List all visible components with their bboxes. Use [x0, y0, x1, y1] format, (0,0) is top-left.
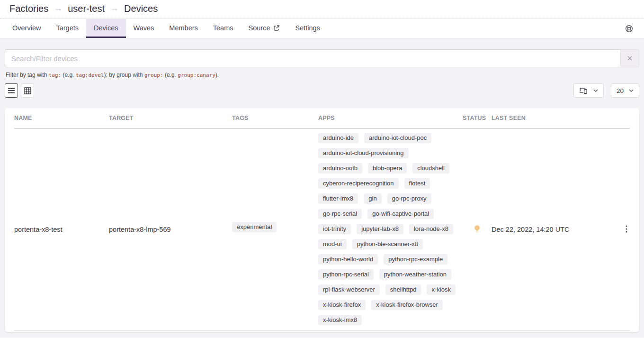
page-size-value: 20: [617, 87, 624, 94]
breadcrumb-arrow-icon: →: [110, 4, 119, 14]
view-toggle-group: [5, 83, 34, 98]
tab-waves[interactable]: Waves: [126, 19, 162, 38]
toolbar-right: 20: [573, 83, 639, 98]
column-header-target: TARGET: [109, 115, 232, 121]
app-chip: python-weather-station: [379, 269, 451, 280]
app-chip: lora-node-x8: [409, 224, 453, 234]
app-chip: go-rpc-proxy: [387, 193, 431, 204]
tab-label: Members: [169, 24, 197, 32]
toolbar: 20: [5, 83, 639, 98]
device-status: [463, 225, 492, 235]
app-chip: mod-ui: [318, 239, 347, 249]
column-header-name: NAME: [14, 115, 109, 121]
app-chip: gin: [364, 193, 381, 204]
tag-chip: experimental: [232, 222, 277, 232]
breadcrumb-factory-name[interactable]: user-test: [68, 3, 105, 14]
tab-bar: Overview Targets Devices Waves Members T…: [0, 19, 644, 38]
tab-label: Teams: [213, 24, 233, 32]
tab-label: Overview: [12, 24, 41, 32]
tab-devices[interactable]: Devices: [86, 19, 126, 38]
close-icon: [627, 55, 633, 61]
tab-source[interactable]: Source: [241, 19, 288, 38]
search-bar: [5, 49, 639, 67]
list-view-button[interactable]: [5, 83, 18, 98]
device-tags: experimental: [232, 222, 318, 237]
list-view-icon: [8, 88, 15, 93]
column-header-tags: TAGS: [232, 115, 318, 121]
tab-label: Devices: [94, 24, 118, 32]
app-chip: python-rpc-serial: [318, 269, 374, 280]
page-header: Factories → user-test → Devices: [0, 0, 644, 19]
column-header-apps: APPS: [318, 115, 463, 121]
app-chip: iot-trinity: [318, 224, 351, 234]
app-chip: blob-opera: [368, 163, 407, 174]
app-chip: x-kiosk-firefox: [318, 300, 366, 310]
app-chip: cloudshell: [412, 163, 449, 174]
app-chip: x-kiosk: [427, 284, 455, 295]
row-actions-menu-button[interactable]: [623, 224, 630, 236]
content-area: Filter by tag with tag: (e.g. tag:devel)…: [0, 38, 644, 338]
app-chip: x-kiosk-firefox-browser: [371, 300, 443, 310]
table-row[interactable]: portenta-x8-test portenta-x8-lmp-569 exp…: [14, 129, 630, 330]
tab-label: Waves: [134, 24, 154, 32]
device-type-dropdown[interactable]: [573, 83, 604, 98]
app-chip: cyberon-reciperecognition: [318, 178, 399, 189]
tab-settings[interactable]: Settings: [287, 19, 327, 38]
tab-members[interactable]: Members: [161, 19, 205, 38]
code-group: group:: [144, 72, 163, 78]
device-last-seen: Dec 22, 2022, 14:20 UTC: [492, 226, 616, 233]
device-apps: arduino-idearduino-iot-cloud-pocarduino-…: [318, 129, 463, 330]
clear-search-button[interactable]: [620, 49, 639, 67]
code-tag: tag:: [49, 72, 62, 78]
app-chip: go-wifi-captive-portal: [367, 209, 434, 219]
app-chip: x-kiosk-imx8: [318, 315, 362, 325]
app-chip: arduino-iot-cloud-provisioning: [318, 148, 409, 158]
grid-view-button[interactable]: [21, 83, 34, 98]
tab-label: Settings: [295, 24, 320, 32]
device-name: portenta-x8-test: [14, 226, 109, 233]
lifebuoy-icon: [625, 25, 633, 33]
search-input[interactable]: [5, 49, 620, 67]
kebab-menu-icon: [626, 225, 627, 233]
tab-label: Source: [249, 24, 270, 32]
grid-view-icon: [24, 87, 31, 94]
column-header-last-seen: LAST SEEN: [492, 115, 616, 121]
help-button[interactable]: [623, 23, 635, 34]
code-group-canary: group:canary: [178, 72, 215, 78]
tab-teams[interactable]: Teams: [206, 19, 241, 38]
breadcrumb-arrow-icon: →: [54, 4, 63, 14]
app-chip: python-rpc-example: [384, 254, 447, 265]
app-chip: arduino-ootb: [318, 163, 362, 174]
app-chip: shellhttpd: [385, 284, 421, 295]
app-chip: arduino-ide: [318, 133, 358, 143]
table-header-row: NAME TARGET TAGS APPS STATUS LAST SEEN: [14, 108, 630, 129]
breadcrumb-current-page: Devices: [124, 3, 158, 14]
breadcrumb-factories[interactable]: Factories: [9, 3, 48, 14]
app-chip: flutter-imx8: [318, 193, 358, 204]
app-chip: python-hello-world: [318, 254, 378, 265]
breadcrumb: Factories → user-test → Devices: [9, 3, 635, 14]
tab-overview[interactable]: Overview: [5, 19, 48, 38]
column-header-status: STATUS: [463, 115, 492, 121]
code-tag-devel: tag:devel: [76, 72, 104, 78]
external-link-icon: [273, 25, 280, 31]
status-lightbulb-icon: [474, 225, 481, 233]
app-chip: rpi-flask-webserver: [318, 284, 380, 295]
devices-icon: [579, 87, 588, 94]
chevron-down-icon: [593, 89, 598, 92]
tab-label: Targets: [56, 24, 79, 32]
chevron-down-icon: [629, 89, 634, 92]
app-chip: arduino-iot-cloud-poc: [364, 133, 431, 143]
page-size-dropdown[interactable]: 20: [611, 83, 639, 98]
tab-targets[interactable]: Targets: [48, 19, 86, 38]
filter-hint: Filter by tag with tag: (e.g. tag:devel)…: [6, 72, 639, 78]
devices-table-card: NAME TARGET TAGS APPS STATUS LAST SEEN p…: [5, 108, 639, 332]
app-chip: jupyter-lab-x8: [357, 224, 403, 234]
app-chip: go-rpc-serial: [318, 209, 362, 219]
app-chip: fiotest: [404, 178, 430, 189]
app-chip: python-ble-scanner-x8: [352, 239, 423, 249]
device-target: portenta-x8-lmp-569: [109, 226, 232, 233]
